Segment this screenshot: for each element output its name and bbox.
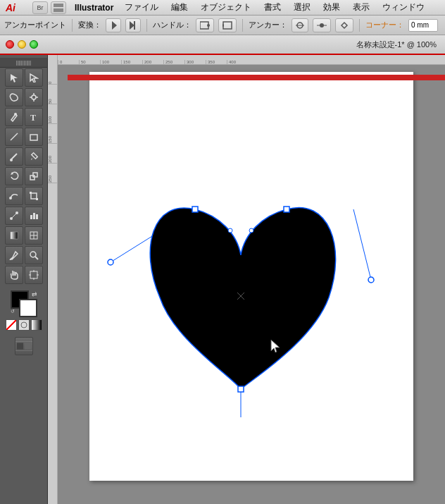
toolbar-separator-2: [146, 19, 147, 32]
shape-tool[interactable]: [25, 128, 43, 146]
anchor-btn-2[interactable]: [313, 18, 331, 32]
mesh-tool[interactable]: [25, 226, 43, 245]
toolbox: ||||||||||||: [0, 55, 48, 504]
pen-tool[interactable]: [5, 108, 23, 126]
transform-btn-1[interactable]: [106, 18, 121, 32]
svg-rect-40: [36, 214, 38, 219]
traffic-lights: [6, 40, 38, 49]
line-tool[interactable]: [5, 128, 23, 146]
blend-tool[interactable]: [5, 207, 23, 225]
top-ruler: 0 50 100 150 200 250 300 350 400: [48, 55, 445, 65]
tool-row-8: [0, 206, 47, 226]
left-ruler: 0 50 100 150 200 250: [48, 55, 58, 504]
chart-tool[interactable]: [25, 207, 43, 225]
anchor-top-right[interactable]: [284, 207, 289, 212]
menu-object[interactable]: オブジェクト: [198, 0, 254, 15]
svg-marker-15: [30, 74, 37, 82]
main-area: ||||||||||||: [0, 55, 445, 504]
tool-row-5: [0, 147, 47, 166]
zoom-tool[interactable]: [25, 246, 43, 264]
corner-value-input[interactable]: [408, 19, 438, 32]
free-transform-tool[interactable]: [25, 187, 43, 205]
menu-bar: Ai Br Illustrator ファイル 編集 オブジェクト 書式 選択 効…: [0, 0, 445, 16]
type-tool[interactable]: T: [25, 108, 43, 126]
menu-format[interactable]: 書式: [261, 0, 284, 15]
minimize-button[interactable]: [18, 40, 26, 49]
hand-tool[interactable]: [5, 266, 23, 284]
anchor-right[interactable]: [368, 277, 374, 283]
svg-rect-39: [33, 213, 35, 219]
svg-rect-30: [33, 173, 37, 177]
anchor-btn-3[interactable]: [335, 18, 353, 32]
eyedropper-tool[interactable]: [5, 246, 23, 264]
reset-colors-button[interactable]: ↺: [11, 309, 15, 314]
handle-btn-2[interactable]: [218, 18, 237, 32]
svg-rect-41: [11, 232, 18, 239]
menu-select[interactable]: 選択: [291, 0, 313, 15]
app-name: Illustrator: [75, 3, 113, 13]
document-canvas: [58, 65, 445, 504]
window-titlebar: 名称未設定-1* @ 100%: [0, 35, 445, 55]
bridge-button[interactable]: Br: [32, 1, 48, 14]
maximize-button[interactable]: [30, 40, 38, 49]
select-tool[interactable]: [5, 68, 23, 87]
svg-rect-24: [30, 135, 37, 140]
tool-row-6: [0, 166, 47, 186]
artboard-tool[interactable]: [25, 266, 43, 284]
svg-point-62: [228, 228, 232, 233]
toolbar-separator-1: [72, 19, 73, 32]
svg-marker-13: [341, 23, 347, 28]
screen-mode-row: [0, 336, 47, 356]
transform-btn-2[interactable]: [125, 18, 141, 32]
swap-colors-button[interactable]: ⇄: [32, 290, 37, 297]
svg-point-63: [249, 228, 253, 233]
svg-point-25: [10, 159, 13, 161]
canvas-area: 0 50 100 150 200 250 300 350 400 0 50 10…: [48, 55, 445, 504]
tool-row-2: [0, 87, 47, 107]
magic-wand-tool[interactable]: [25, 88, 43, 106]
tool-row-7: [0, 186, 47, 206]
control-toolbar: アンカーポイント 変換： ハンドル： アンカー： コーナー：: [0, 16, 445, 35]
svg-marker-27: [31, 158, 32, 160]
anchor-label: アンカー：: [249, 20, 287, 30]
svg-rect-29: [30, 176, 35, 180]
anchor-point-label: アンカーポイント: [4, 20, 66, 30]
svg-rect-0: [54, 4, 63, 7]
workspace-button[interactable]: [51, 1, 66, 14]
heart-svg: [89, 72, 413, 481]
scale-tool[interactable]: [25, 167, 43, 185]
handle-btn-1[interactable]: [196, 18, 214, 32]
close-button[interactable]: [6, 40, 14, 49]
paintbrush-tool[interactable]: [5, 147, 23, 166]
lasso-tool[interactable]: [5, 88, 23, 106]
menu-effect[interactable]: 効果: [320, 0, 343, 15]
color-mode-row: [6, 319, 42, 331]
menu-items: ファイル 編集 オブジェクト 書式 選択 効果 表示 ウィンドウ: [122, 0, 427, 15]
svg-rect-34: [36, 198, 38, 200]
menu-view[interactable]: 表示: [350, 0, 372, 15]
screen-mode-button[interactable]: [15, 337, 33, 355]
menu-file[interactable]: ファイル: [122, 0, 161, 15]
anchor-top-left[interactable]: [192, 207, 198, 212]
toolbar-separator-3: [242, 19, 243, 32]
pencil-tool[interactable]: [25, 147, 43, 166]
warp-tool[interactable]: [5, 187, 23, 205]
anchor-btn-1[interactable]: [292, 18, 308, 32]
fill-none-button[interactable]: [6, 319, 17, 331]
document-paper: [89, 72, 413, 481]
handle-label: ハンドル：: [153, 20, 192, 30]
menu-window[interactable]: ウィンドウ: [380, 0, 427, 15]
gradient-tool[interactable]: [5, 226, 23, 245]
direct-select-tool[interactable]: [25, 68, 43, 87]
gradient-mode-button[interactable]: [31, 319, 42, 331]
transform-label: 変換：: [78, 20, 101, 30]
rotate-tool[interactable]: [5, 167, 23, 185]
svg-marker-14: [11, 74, 18, 82]
svg-line-45: [10, 259, 11, 260]
svg-line-58: [353, 209, 371, 280]
anchor-left[interactable]: [108, 259, 113, 265]
color-mode-button[interactable]: [18, 319, 30, 331]
anchor-bottom[interactable]: [238, 386, 244, 392]
menu-edit[interactable]: 編集: [168, 0, 191, 15]
background-color[interactable]: [19, 299, 37, 317]
